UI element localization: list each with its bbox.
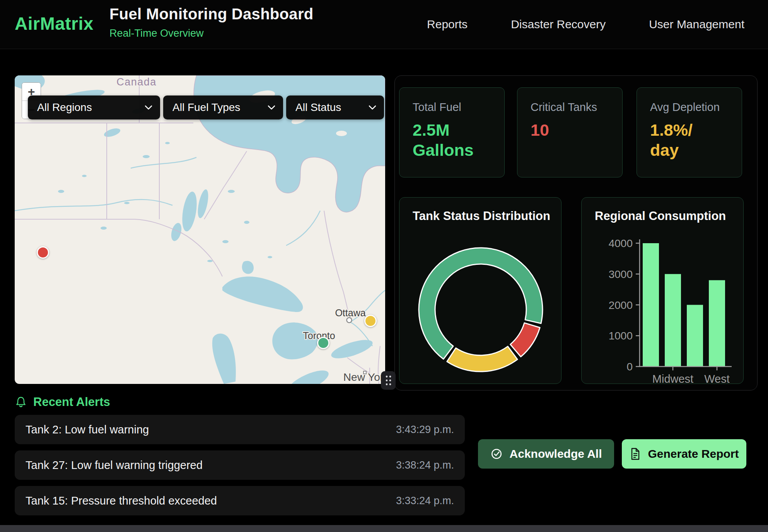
map-label-canada: Canada <box>116 76 157 88</box>
tank-status-donut-chart <box>399 198 561 384</box>
svg-text:West: West <box>704 373 730 384</box>
regional-consumption-card: Regional Consumption 01000200030004000Mi… <box>581 197 744 384</box>
chevron-down-icon <box>369 105 376 110</box>
tank-marker-normal[interactable] <box>317 337 329 349</box>
tank-marker-warning[interactable] <box>364 315 377 327</box>
fuel-monitoring-dashboard: AirMatrix Fuel Monitoring Dashboard Real… <box>0 0 768 532</box>
brand-logo: AirMatrix <box>15 13 94 34</box>
chevron-down-icon <box>145 105 152 110</box>
acknowledge-all-label: Acknowledge All <box>510 447 602 460</box>
main-nav: Reports Disaster Recovery User Managemen… <box>427 0 744 49</box>
alert-message: Tank 2: Low fuel warning <box>26 423 149 436</box>
fuel-type-filter-dropdown[interactable]: All Fuel Types <box>163 95 283 119</box>
svg-text:Midwest: Midwest <box>652 373 693 384</box>
svg-text:0: 0 <box>626 361 633 373</box>
alert-time: 3:38:24 p.m. <box>396 459 454 471</box>
stat-card-critical-tanks: Critical Tanks 10 <box>517 87 623 177</box>
status-filter-dropdown[interactable]: All Status <box>286 95 384 119</box>
stat-label: Avg Depletion <box>650 101 729 114</box>
map-label-new-york: New York <box>343 371 385 383</box>
acknowledge-all-button[interactable]: Acknowledge All <box>478 439 614 469</box>
svg-text:2000: 2000 <box>609 299 633 311</box>
bell-icon <box>15 395 27 409</box>
nav-disaster-recovery[interactable]: Disaster Recovery <box>511 18 606 31</box>
status-filter-value: All Status <box>295 101 341 114</box>
map-filterbar: All Regions All Fuel Types All Status <box>28 95 384 119</box>
chart-title: Tank Status Distribution <box>413 209 550 223</box>
page-subtitle: Real-Time Overview <box>109 27 313 39</box>
alert-row[interactable]: Tank 2: Low fuel warning 3:43:29 p.m. <box>15 415 465 444</box>
alerts-header: Recent Alerts <box>15 395 110 409</box>
stat-value-total-fuel: 2.5MGallons <box>413 120 491 160</box>
footer-bar <box>0 525 768 532</box>
chevron-down-icon <box>268 105 275 110</box>
svg-text:4000: 4000 <box>609 237 633 249</box>
generate-report-label: Generate Report <box>648 447 739 460</box>
alert-message: Tank 15: Pressure threshold exceeded <box>26 494 217 507</box>
ottawa-town-dot <box>347 318 352 323</box>
nav-user-management[interactable]: User Management <box>649 18 744 31</box>
stat-card-total-fuel: Total Fuel 2.5MGallons <box>399 87 505 177</box>
nav-reports[interactable]: Reports <box>427 18 468 31</box>
region-filter-dropdown[interactable]: All Regions <box>28 95 160 119</box>
tank-status-distribution-card: Tank Status Distribution <box>399 197 561 384</box>
alert-message: Tank 27: Low fuel warning triggered <box>26 459 203 472</box>
document-icon <box>629 447 641 460</box>
svg-text:1000: 1000 <box>609 330 633 342</box>
stat-card-avg-depletion: Avg Depletion 1.8%/day <box>637 87 742 177</box>
check-circle-icon <box>490 448 503 460</box>
stat-value-critical-tanks: 10 <box>531 120 609 140</box>
svg-text:3000: 3000 <box>609 268 633 280</box>
resize-grip-icon[interactable] <box>381 371 396 390</box>
stat-value-avg-depletion: 1.8%/day <box>650 120 729 160</box>
stat-label: Critical Tanks <box>531 101 609 114</box>
stat-label: Total Fuel <box>413 101 491 114</box>
page-title: Fuel Monitoring Dashboard <box>109 5 313 23</box>
map-label-ottawa: Ottawa <box>335 307 365 318</box>
generate-report-button[interactable]: Generate Report <box>622 439 746 469</box>
alert-row[interactable]: Tank 15: Pressure threshold exceeded 3:3… <box>15 486 465 515</box>
alert-row[interactable]: Tank 27: Low fuel warning triggered 3:38… <box>15 450 465 480</box>
fuel-type-filter-value: All Fuel Types <box>172 101 240 114</box>
tank-map[interactable]: Canada Ottawa Toronto New York + − All R… <box>15 75 385 384</box>
alert-time: 3:43:29 p.m. <box>396 424 454 436</box>
tank-marker-critical[interactable] <box>37 246 49 259</box>
map-canvas: Canada Ottawa Toronto New York <box>15 75 385 384</box>
chart-title: Regional Consumption <box>595 209 726 223</box>
alert-time: 3:33:24 p.m. <box>396 495 454 507</box>
region-filter-value: All Regions <box>37 101 92 114</box>
header: AirMatrix Fuel Monitoring Dashboard Real… <box>0 0 768 49</box>
title-block: Fuel Monitoring Dashboard Real-Time Over… <box>109 5 313 39</box>
alerts-title: Recent Alerts <box>33 395 110 409</box>
regional-consumption-bar-chart: 01000200030004000MidwestWest <box>582 198 744 384</box>
